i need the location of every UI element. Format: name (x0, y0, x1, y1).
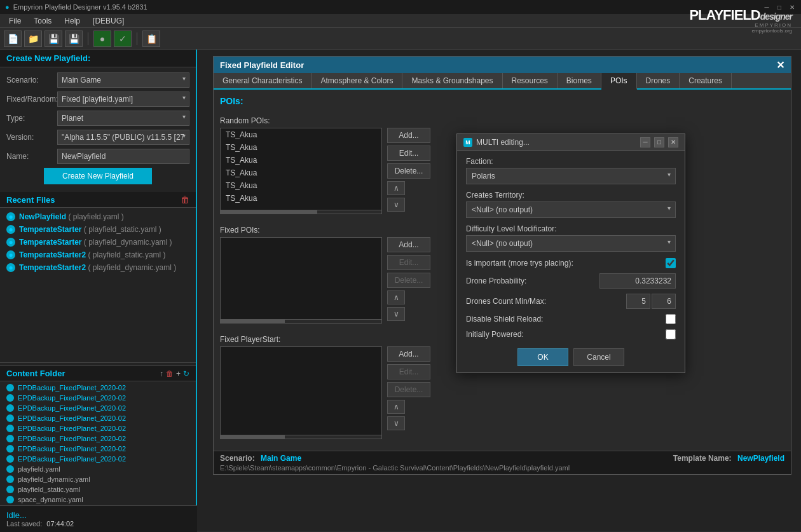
list-item[interactable]: EPDBackup_FixedPlanet_2020-02 (0, 444, 196, 454)
list-item[interactable]: EPDBackup_FixedPlanet_2020-02 (0, 393, 196, 403)
scenario-value-bottom: Main Game (261, 454, 301, 463)
version-select[interactable]: "Alpha 11.5.5" (PUBLIC) v11.5.5 [27 (57, 130, 189, 145)
folder-delete-icon[interactable]: 🗑 (166, 369, 174, 378)
list-item[interactable]: ● TemperateStarter2 ( playfield_dynamic.… (0, 261, 196, 274)
list-item[interactable]: TS_Akua (221, 128, 381, 141)
random-pois-listbox[interactable]: TS_Akua TS_Akua TS_Akua TS_Akua TS_Akua … (220, 128, 382, 210)
list-item[interactable]: TS_Akua (221, 192, 381, 205)
last-saved-label: Last saved: (6, 520, 42, 528)
random-down-button[interactable]: ∨ (387, 198, 405, 212)
tab-biomes[interactable]: Biomes (558, 73, 601, 88)
toolbar-green2[interactable]: ✓ (114, 31, 132, 47)
multi-cancel-button[interactable]: Cancel (573, 348, 624, 366)
fixed-pois-listbox[interactable] (220, 237, 382, 320)
playerstart-add-button[interactable]: Add... (387, 346, 430, 362)
titlebar: ● Empyrion Playfield Designer v1.95.4 b2… (0, 0, 801, 14)
toolbar-save2[interactable]: 💾 (65, 31, 83, 47)
tab-resources[interactable]: Resources (503, 73, 558, 88)
toolbar-green1[interactable]: ● (93, 31, 111, 47)
recent-delete-icon[interactable]: 🗑 (181, 194, 189, 205)
list-item[interactable]: ● TemperateStarter2 ( playfield_static.y… (0, 249, 196, 261)
menu-help[interactable]: Help (58, 15, 86, 27)
playerstart-down-button[interactable]: ∨ (387, 416, 405, 430)
multi-dialog-content: Faction: Polaris Creates Territory: <Nul… (457, 151, 685, 372)
folder-refresh-icon[interactable]: ↑ (160, 369, 163, 378)
creates-territory-select[interactable]: <Null> (no output) (466, 201, 676, 218)
type-label: Type: (6, 114, 57, 123)
list-item[interactable]: TS_Akua (221, 141, 381, 154)
scenario-select[interactable]: Main Game (57, 72, 189, 88)
divider (0, 362, 196, 363)
fixed-up-button[interactable]: ∧ (387, 290, 405, 304)
tab-creatures[interactable]: Creatures (680, 73, 732, 88)
multi-ok-button[interactable]: OK (517, 348, 568, 366)
list-item[interactable]: ● NewPlayfield ( playfield.yaml ) (0, 210, 196, 223)
list-item[interactable]: EPDBackup_FixedPlanet_2020-02 (0, 433, 196, 444)
difficulty-select[interactable]: <Null> (no output) (466, 235, 676, 252)
tab-general[interactable]: General Characteristics (214, 73, 312, 88)
drone-prob-row: Drone Probability: (466, 273, 676, 289)
tab-drones[interactable]: Drones (637, 73, 680, 88)
list-item[interactable]: EPDBackup_FixedPlanet_2020-02 (0, 383, 196, 393)
fixed-row: Fixed/Random: Fixed [playfield.yaml] (6, 92, 189, 107)
list-item[interactable]: EPDBackup_FixedPlanet_2020-02 (0, 413, 196, 423)
list-item[interactable]: playfield_static.yaml (0, 484, 196, 494)
list-item[interactable]: EPDBackup_FixedPlanet_2020-02 (0, 403, 196, 413)
multi-close-button[interactable]: ✕ (668, 137, 678, 147)
menu-file[interactable]: File (3, 15, 27, 27)
faction-select[interactable]: Polaris (466, 168, 676, 184)
list-item[interactable]: ● TemperateStarter ( playfield_dynamic.y… (0, 236, 196, 249)
disable-shield-checkbox[interactable] (666, 314, 676, 324)
fixed-add-button[interactable]: Add... (387, 237, 430, 252)
list-item[interactable]: TS_Akua (221, 154, 381, 167)
initially-powered-checkbox[interactable] (666, 329, 676, 339)
version-row: Version: "Alpha 11.5.5" (PUBLIC) v11.5.5… (6, 130, 189, 145)
random-edit-button[interactable]: Edit... (387, 146, 430, 161)
multi-dialog: M MULTI editing... ─ □ ✕ Faction: Polari… (456, 133, 685, 373)
toolbar-save[interactable]: 💾 (44, 31, 62, 47)
tab-atmosphere[interactable]: Atmosphere & Colors (312, 73, 402, 88)
list-item[interactable]: space_dynamic.yaml (0, 494, 196, 505)
random-delete-button[interactable]: Delete... (387, 163, 430, 179)
tab-masks[interactable]: Masks & Groundshapes (402, 73, 502, 88)
create-section-title: Create New Playfield: (0, 50, 196, 67)
random-pois-buttons: Add... Edit... Delete... ∧ ∨ (387, 128, 430, 212)
list-item[interactable]: playfield_dynamic.yaml (0, 474, 196, 484)
drone-prob-input[interactable] (599, 273, 676, 289)
list-item[interactable]: ● TemperateStarter ( playfield_static.ya… (0, 223, 196, 236)
editor-bottom-bar: Scenario: Main Game Template Name: NewPl… (214, 451, 791, 474)
list-item[interactable]: EPDBackup_FixedPlanet_2020-02 (0, 454, 196, 464)
is-important-checkbox[interactable] (666, 258, 676, 268)
random-up-button[interactable]: ∧ (387, 181, 405, 195)
multi-minimize-button[interactable]: ─ (640, 137, 650, 147)
random-add-button[interactable]: Add... (387, 128, 430, 143)
list-scrollbar (220, 320, 382, 324)
recent-file-icon: ● (6, 263, 15, 272)
name-input[interactable] (57, 149, 189, 164)
playerstart-up-button[interactable]: ∧ (387, 400, 405, 414)
editor-close-button[interactable]: ✕ (776, 59, 784, 71)
drones-max-input[interactable] (652, 294, 676, 309)
toolbar-open-folder[interactable]: 📁 (24, 31, 42, 47)
multi-maximize-button[interactable]: □ (654, 137, 664, 147)
list-item[interactable]: TS_Akua (221, 167, 381, 179)
fixed-select[interactable]: Fixed [playfield.yaml] (57, 92, 189, 107)
tab-pois[interactable]: POIs (601, 73, 637, 90)
multi-dialog-title: MULTI editing... (476, 138, 530, 147)
fixed-down-button[interactable]: ∨ (387, 307, 405, 321)
folder-sync-icon[interactable]: ↻ (183, 369, 189, 378)
toolbar-new[interactable]: 📄 (4, 31, 22, 47)
list-item[interactable]: EPDBackup_FixedPlanet_2020-02 (0, 423, 196, 433)
toolbar-doc[interactable]: 📋 (142, 31, 160, 47)
menu-tools[interactable]: Tools (27, 15, 58, 27)
logo-main: PLAYFIELD (689, 7, 760, 23)
app-icon: ● (5, 3, 10, 11)
drones-min-input[interactable] (626, 294, 650, 309)
playerstart-listbox[interactable] (220, 346, 382, 435)
list-item[interactable]: playfield.yaml (0, 464, 196, 474)
type-select[interactable]: Planet (57, 111, 189, 126)
menu-debug[interactable]: [DEBUG] (86, 15, 130, 27)
folder-add-icon[interactable]: + (176, 369, 181, 378)
list-item[interactable]: TS_Akua (221, 179, 381, 192)
create-playfield-button[interactable]: Create New Playfield (44, 168, 152, 184)
